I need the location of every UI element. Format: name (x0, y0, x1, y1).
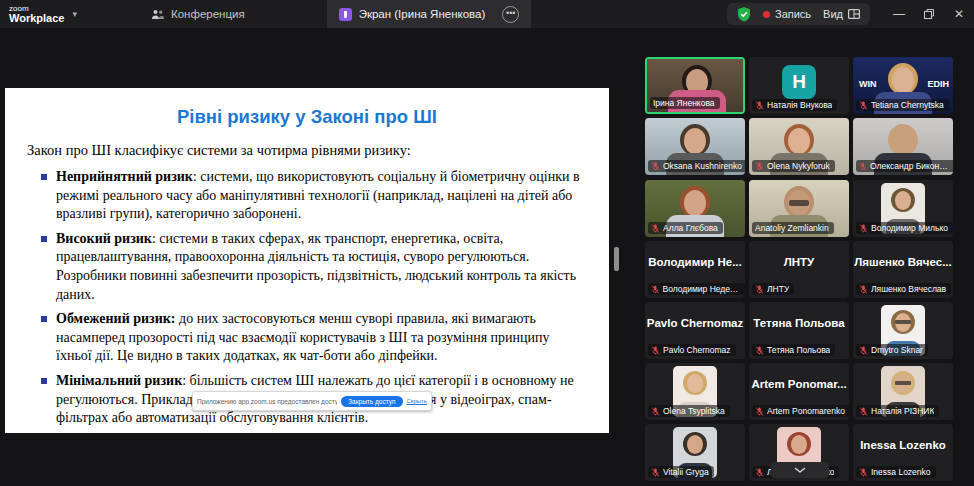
participant-name-pill: Володимир Милько (856, 222, 953, 234)
participant-name-label: Inessa Lozenko (871, 467, 931, 477)
participant-name-pill: Наталія Внукова (752, 99, 837, 111)
view-button[interactable]: Вид (823, 8, 860, 20)
muted-mic-icon (651, 346, 660, 355)
muted-mic-icon (651, 224, 660, 233)
participant-big-name: Pavlo Chernomaz (645, 317, 745, 329)
participant-tile[interactable]: Dmytro Sknar (853, 302, 953, 359)
muted-mic-icon (651, 468, 660, 477)
participant-name-label: Oksana Kushnirenko (663, 161, 742, 171)
zoom-window: zoom Workplace ▾ Конференция Экран (Ірин… (0, 0, 974, 486)
participant-name-label: Наталія Внукова (767, 100, 832, 110)
close-button[interactable]: ✕ (944, 0, 974, 28)
chevron-down-icon (794, 467, 806, 473)
participant-name-label: Artem Ponomarenko (767, 406, 845, 416)
tab-meeting-label: Конференция (171, 8, 245, 20)
participant-tile[interactable]: Ляшенко Вячес... Ляшенко Вячеслав (853, 241, 953, 298)
participant-name-label: Anatoliy Zemliankin (755, 223, 829, 233)
screen-share-notification: Приложению app.zoom.us предоставлен дост… (192, 391, 432, 411)
participant-name-pill: Olena Tsyplitska (648, 405, 730, 417)
recording-label: Запись (775, 8, 811, 20)
scrollbar-thumb[interactable] (614, 247, 619, 271)
more-participants-button[interactable] (771, 462, 829, 478)
participant-tile[interactable]: Олександр Биконя ІЕ... (853, 118, 953, 175)
participant-tile[interactable]: WIN EDIH Tetiana Chernytska (853, 57, 953, 114)
muted-mic-icon (859, 468, 868, 477)
participant-name-label: ЛНТУ (767, 284, 789, 294)
record-dot-icon (763, 11, 770, 18)
muted-mic-icon (755, 346, 764, 355)
muted-mic-icon (651, 285, 660, 294)
muted-mic-icon (859, 162, 867, 171)
participant-tile[interactable]: Artem Ponomar... Artem Ponomarenko (749, 363, 849, 420)
participant-name-pill: Ляшенко Вячеслав (856, 283, 951, 295)
participant-tile[interactable]: Алла Глєбова (645, 180, 745, 237)
participant-name-label: Pavlo Chernomaz (663, 345, 731, 355)
letter-avatar: H (782, 65, 816, 99)
participant-tile[interactable]: Тетяна Польова Тетяна Польова (749, 302, 849, 359)
muted-mic-icon (755, 468, 764, 477)
zoom-workplace-logo: zoom Workplace (9, 5, 64, 24)
more-options-icon[interactable]: ••• (502, 6, 519, 23)
bullet-high-risk: Високий ризик: системи в таких сферах, я… (41, 230, 587, 304)
share-notification-message: Приложению app.zoom.us предоставлен дост… (197, 398, 337, 405)
restore-icon (924, 9, 934, 19)
participant-name-pill: Тетяна Польова (752, 344, 835, 356)
muted-mic-icon (651, 407, 660, 416)
muted-mic-icon (755, 285, 764, 294)
participant-tile[interactable]: Володимир Не... Володимир Неделько (645, 241, 745, 298)
participant-tile[interactable]: Oksana Kushnirenko (645, 118, 745, 175)
tab-meeting[interactable]: Конференция (139, 0, 257, 28)
participant-name-label: Dmytro Sknar (871, 345, 923, 355)
participant-name-pill: Vitalii Gryga (648, 466, 714, 478)
muted-mic-icon (755, 101, 764, 110)
participant-name-label: Olena Nykyforuk (767, 161, 830, 171)
shared-screen-slide: Рівні ризику у Законі про ШІ Закон про Ш… (5, 88, 609, 433)
participant-tile[interactable]: ЛНТУ ЛНТУ (749, 241, 849, 298)
participant-big-name: Artem Ponomar... (749, 378, 849, 390)
muted-mic-icon (859, 407, 868, 416)
muted-mic-icon (859, 285, 868, 294)
background-banner-text: EDIH (927, 79, 949, 89)
participant-name-label: Tetiana Chernytska (871, 100, 944, 110)
participant-name-pill: Oksana Kushnirenko (648, 160, 745, 172)
participant-tile[interactable]: H Наталія Внукова (749, 57, 849, 114)
participant-tile[interactable]: Pavlo Chernomaz Pavlo Chernomaz (645, 302, 745, 359)
bullet-limited-risk: Обмежений ризик: до них застосовуються м… (41, 310, 587, 366)
participant-tile[interactable]: Vitalii Gryga (645, 424, 745, 481)
participant-name-label: Vitalii Gryga (663, 467, 709, 477)
participant-name-label: Алла Глєбова (663, 223, 718, 233)
muted-mic-icon (755, 162, 764, 171)
participant-tile[interactable]: Olena Nykyforuk (749, 118, 849, 175)
participant-big-name: Ляшенко Вячес... (853, 256, 953, 268)
minimize-button[interactable]: — (884, 0, 914, 28)
tab-shared-screen[interactable]: Экран (Ірина Яненкова) ••• (327, 0, 532, 28)
muted-mic-icon (859, 101, 868, 110)
participant-tile[interactable]: Anatoliy Zemliankin (749, 180, 849, 237)
participant-tile[interactable]: Наталія РІЗНИК (853, 363, 953, 420)
bullet-unacceptable-risk: Неприйнятний ризик: системи, що використ… (41, 168, 587, 224)
participant-name-pill: Olena Nykyforuk (752, 160, 835, 172)
participant-name-label: Ірина Яненкова (653, 98, 715, 108)
participant-name-pill: Ірина Яненкова (650, 97, 720, 109)
muted-mic-icon (859, 346, 868, 355)
slide-intro: Закон про ШІ класифікує системи за чотир… (27, 142, 587, 159)
participant-name-pill: Володимир Неделько (648, 283, 745, 295)
participant-tile[interactable]: Inessa Lozenko Inessa Lozenko (853, 424, 953, 481)
participant-name-pill: Inessa Lozenko (856, 466, 936, 478)
participant-name-label: Olena Tsyplitska (663, 406, 725, 416)
muted-mic-icon (859, 224, 868, 233)
hide-notification-link[interactable]: Скрыть (407, 398, 427, 404)
participant-tile[interactable]: Ірина Яненкова (645, 57, 745, 114)
people-icon (151, 9, 164, 20)
participant-name-label: Олександр Биконя ІЕ... (870, 161, 951, 171)
participant-tile[interactable]: Olena Tsyplitska (645, 363, 745, 420)
security-shield-icon[interactable] (737, 7, 751, 22)
participant-big-name: Тетяна Польова (749, 317, 849, 329)
maximize-button[interactable] (914, 0, 944, 28)
participant-name-label: Володимир Неделько (663, 284, 744, 294)
stop-sharing-button[interactable]: Закрыть доступ (341, 396, 402, 407)
participant-big-name: Володимир Не... (645, 256, 745, 268)
recording-indicator[interactable]: Запись (763, 8, 811, 20)
participant-tile[interactable]: Володимир Милько (853, 180, 953, 237)
chevron-down-icon[interactable]: ▾ (72, 9, 77, 19)
